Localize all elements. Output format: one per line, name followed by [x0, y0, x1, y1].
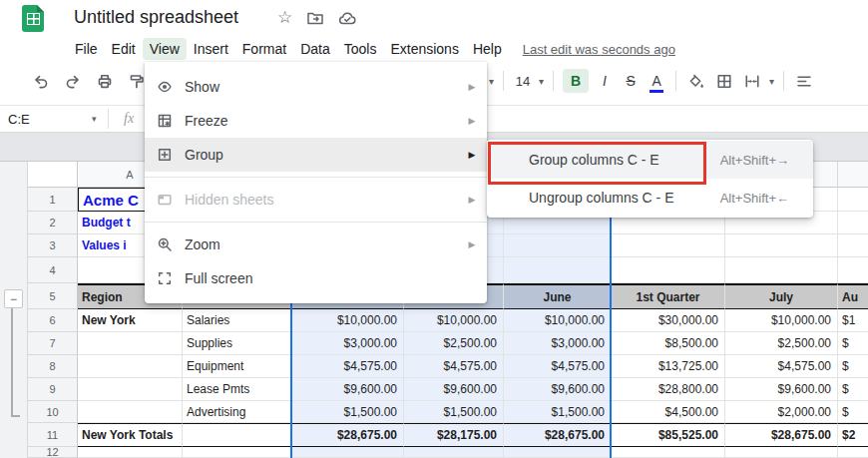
cell-E6[interactable]: $10,000.00: [504, 309, 612, 332]
view-menu-item-hidden-sheets[interactable]: Hidden sheets▶: [145, 183, 487, 217]
font-size-value[interactable]: 14: [513, 74, 533, 89]
cell-A11[interactable]: New York Totals: [78, 423, 183, 447]
row-header-11[interactable]: 11: [28, 423, 78, 447]
menu-format[interactable]: Format: [235, 38, 293, 60]
cell-A12[interactable]: [78, 447, 183, 458]
row-header-7[interactable]: 7: [28, 332, 78, 355]
cell-E4[interactable]: [504, 257, 612, 283]
cell-F4[interactable]: [612, 257, 725, 283]
cell-H2[interactable]: [838, 212, 868, 234]
cell-C11[interactable]: $28,675.00: [291, 423, 404, 447]
cell-G6[interactable]: $10,000.00: [725, 309, 838, 332]
cell-D8[interactable]: $4,575.00: [404, 355, 504, 378]
cell-D7[interactable]: $2,500.00: [404, 332, 504, 355]
cell-C12[interactable]: [291, 447, 404, 458]
cell-F7[interactable]: $8,500.00: [612, 332, 725, 355]
cell-H6[interactable]: $1: [838, 309, 868, 332]
row-header-5[interactable]: 5: [28, 283, 78, 309]
star-icon[interactable]: ☆: [277, 8, 292, 28]
name-box-caret-icon[interactable]: ▾: [92, 114, 97, 124]
cell-G8[interactable]: $4,575.00: [725, 355, 838, 378]
menu-data[interactable]: Data: [293, 38, 337, 60]
horizontal-align-icon[interactable]: [793, 70, 815, 92]
cell-G10[interactable]: $2,000.00: [725, 401, 838, 423]
cell-F10[interactable]: $4,500.00: [612, 401, 725, 423]
cell-A10[interactable]: [78, 401, 183, 423]
merge-caret-icon[interactable]: ▾: [769, 76, 774, 87]
document-title[interactable]: Untitled spreadsheet: [74, 7, 238, 28]
cell-H1[interactable]: [838, 188, 868, 212]
cell-B10[interactable]: Advertising: [183, 401, 291, 423]
view-menu-item-full-screen[interactable]: Full screen: [145, 261, 487, 295]
cell-H7[interactable]: $: [838, 332, 868, 355]
cell-A8[interactable]: [78, 355, 183, 378]
row-header-4[interactable]: 4: [28, 257, 78, 283]
cell-E10[interactable]: $1,500.00: [504, 401, 612, 423]
row-group-collapse-button[interactable]: −: [4, 289, 23, 308]
cell-B6[interactable]: Salaries: [183, 309, 291, 332]
cell-D6[interactable]: $10,000.00: [404, 309, 504, 332]
cell-G12[interactable]: [725, 447, 838, 458]
view-menu-item-group[interactable]: Group▶: [145, 138, 487, 172]
cell-G11[interactable]: $28,675.00: [725, 423, 838, 447]
submenu-item-group-columns[interactable]: Group columns C - EAlt+Shift+→: [487, 141, 813, 179]
cell-E9[interactable]: $9,600.00: [504, 378, 612, 401]
cell-B12[interactable]: [183, 447, 291, 458]
menu-help[interactable]: Help: [466, 38, 509, 60]
menu-view[interactable]: View: [143, 38, 187, 60]
menu-extensions[interactable]: Extensions: [383, 38, 465, 60]
cell-E11[interactable]: $28,675.00: [504, 423, 612, 447]
cell-A6[interactable]: New York: [78, 309, 183, 332]
cell-H4[interactable]: [838, 257, 868, 283]
more-dropdown-caret-icon[interactable]: ▾: [489, 76, 494, 87]
submenu-item-ungroup-columns[interactable]: Ungroup columns C - EAlt+Shift+←: [487, 179, 813, 217]
menu-insert[interactable]: Insert: [187, 38, 235, 60]
cell-G7[interactable]: $2,500.00: [725, 332, 838, 355]
row-header-8[interactable]: 8: [28, 355, 78, 378]
cell-C9[interactable]: $9,600.00: [291, 378, 404, 401]
cell-C7[interactable]: $3,000.00: [291, 332, 404, 355]
cell-E3[interactable]: [504, 234, 612, 257]
cell-A9[interactable]: [78, 378, 183, 401]
last-edit-link[interactable]: Last edit was seconds ago: [523, 42, 675, 57]
italic-button[interactable]: I: [595, 73, 615, 89]
cell-A7[interactable]: [78, 332, 183, 355]
cell-G4[interactable]: [725, 257, 838, 283]
cell-F9[interactable]: $28,800.00: [612, 378, 725, 401]
fill-color-icon[interactable]: [685, 70, 707, 92]
cell-G5[interactable]: July: [725, 283, 838, 309]
print-icon[interactable]: [94, 70, 116, 92]
move-to-folder-icon[interactable]: [306, 10, 324, 26]
cell-E12[interactable]: [504, 447, 612, 458]
undo-icon[interactable]: [30, 70, 52, 92]
cell-G9[interactable]: $9,600.00: [725, 378, 838, 401]
bold-button[interactable]: B: [563, 69, 589, 93]
cell-B8[interactable]: Equipment: [183, 355, 291, 378]
menu-edit[interactable]: Edit: [105, 38, 143, 60]
view-menu-item-show[interactable]: Show▶: [145, 70, 487, 104]
cell-D9[interactable]: $9,600.00: [404, 378, 504, 401]
row-header-10[interactable]: 10: [28, 401, 78, 423]
borders-icon[interactable]: [713, 70, 735, 92]
cell-C8[interactable]: $4,575.00: [291, 355, 404, 378]
cell-H3[interactable]: [838, 234, 868, 257]
row-header-9[interactable]: 9: [28, 378, 78, 401]
row-header-12[interactable]: 12: [28, 447, 78, 458]
menu-file[interactable]: File: [68, 38, 105, 60]
cell-H11[interactable]: $2: [838, 423, 868, 447]
menu-tools[interactable]: Tools: [337, 38, 384, 60]
cell-B9[interactable]: Lease Pmts: [183, 378, 291, 401]
cell-F3[interactable]: [612, 234, 725, 257]
cell-H5[interactable]: Au: [838, 283, 868, 309]
name-box[interactable]: C:E: [8, 112, 30, 127]
cell-D10[interactable]: $1,500.00: [404, 401, 504, 423]
cell-F6[interactable]: $30,000.00: [612, 309, 725, 332]
select-all-corner[interactable]: [28, 162, 78, 188]
cell-B7[interactable]: Supplies: [183, 332, 291, 355]
cell-E7[interactable]: $3,000.00: [504, 332, 612, 355]
cell-E8[interactable]: $4,575.00: [504, 355, 612, 378]
cell-C6[interactable]: $10,000.00: [291, 309, 404, 332]
font-size-caret-icon[interactable]: ▾: [539, 76, 544, 87]
cell-E5[interactable]: June: [504, 283, 612, 309]
strikethrough-button[interactable]: S: [621, 73, 641, 89]
